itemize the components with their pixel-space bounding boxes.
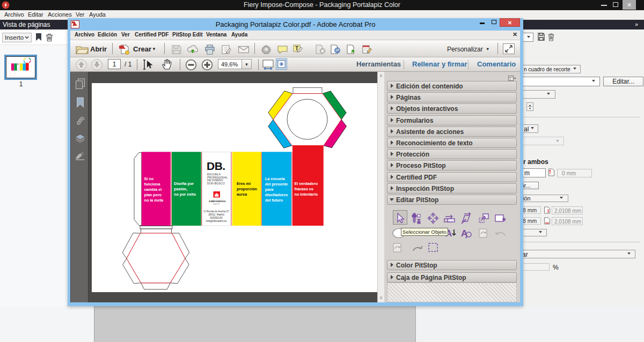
svg-text:plan pero: plan pero [144, 192, 162, 197]
svg-text:no la meta: no la meta [144, 198, 164, 203]
svg-text:del futuro: del futuro [265, 198, 283, 203]
svg-text:Eres mi: Eres mi [237, 181, 251, 186]
svg-text:Diseña por: Diseña por [174, 181, 194, 186]
svg-text:C/ Ronda de Atocha 27: C/ Ronda de Atocha 27 [203, 210, 229, 213]
svg-text:DON BOSCO: DON BOSCO [207, 182, 225, 185]
svg-text:DB.: DB. [207, 160, 225, 172]
svg-text:no por éxito: no por éxito [174, 192, 196, 197]
svg-text:proporción: proporción [237, 187, 257, 191]
svg-text:28012, Madrid: 28012, Madrid [208, 213, 224, 216]
svg-text:del presente: del presente [265, 182, 288, 187]
svg-text:fracaso es: fracaso es [295, 187, 314, 191]
svg-text:Si no: Si no [144, 176, 154, 181]
svg-text:para: para [265, 187, 274, 192]
svg-text:salesianos: salesianos [209, 199, 226, 203]
svg-text:La escuela: La escuela [265, 176, 286, 181]
svg-text:no intentarlo: no intentarlo [295, 192, 318, 197]
svg-text:aurea: aurea [237, 192, 247, 197]
svg-text:pasión,: pasión, [174, 187, 187, 191]
svg-text:cambia el: cambia el [144, 187, 162, 192]
svg-text:MADRID: MADRID [213, 203, 220, 205]
svg-text:915062100: 915062100 [210, 217, 223, 219]
svg-text:funciona: funciona [144, 182, 161, 187]
svg-text:hola@dbmadrid.es: hola@dbmadrid.es [206, 220, 227, 222]
svg-text:diseñadores: diseñadores [265, 192, 288, 197]
svg-text:El verdadero: El verdadero [295, 181, 318, 186]
